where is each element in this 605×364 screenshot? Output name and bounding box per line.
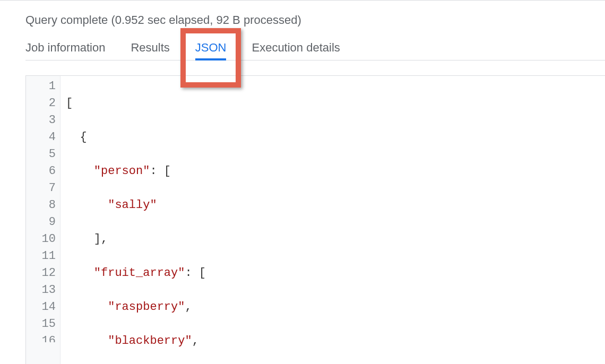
tab-json[interactable]: JSON — [195, 39, 227, 60]
line-number: 5 — [26, 146, 56, 163]
line-number: 4 — [26, 129, 56, 146]
code-token: [ — [66, 97, 73, 110]
line-number: 14 — [26, 299, 56, 316]
results-tabs: Job information Results JSON Execution d… — [25, 39, 605, 60]
json-code-viewer: 1 2 3 4 5 6 7 8 9 10 11 12 13 14 15 16 [… — [25, 75, 605, 364]
line-number: 10 — [26, 231, 56, 248]
tab-execution-details[interactable]: Execution details — [252, 39, 340, 60]
tab-job-information[interactable]: Job information — [25, 39, 105, 60]
line-number: 15 — [26, 316, 56, 333]
code-token: "person" — [94, 164, 150, 178]
line-number: 11 — [26, 248, 56, 265]
code-token: , — [185, 300, 192, 314]
code-token: "raspberry" — [108, 300, 185, 314]
query-status: Query complete (0.952 sec elapsed, 92 B … — [25, 1, 605, 31]
line-number: 2 — [26, 95, 56, 112]
line-number: 3 — [26, 112, 56, 129]
code-token: , — [192, 334, 199, 348]
code-token: "blackberry" — [108, 334, 192, 348]
code-token: ], — [94, 232, 108, 246]
line-number: 1 — [26, 78, 56, 95]
line-number: 9 — [26, 214, 56, 231]
line-number: 7 — [26, 180, 56, 197]
code-token: : [ — [150, 164, 171, 178]
line-number: 8 — [26, 197, 56, 214]
code-body[interactable]: [ { "person": [ "sally" ], "fruit_array"… — [60, 76, 206, 364]
line-number-gutter: 1 2 3 4 5 6 7 8 9 10 11 12 13 14 15 16 — [26, 76, 60, 364]
line-number: 6 — [26, 163, 56, 180]
line-number: 16 — [26, 333, 56, 342]
code-token: { — [80, 131, 87, 144]
code-token: "fruit_array" — [94, 266, 185, 280]
line-number: 13 — [26, 282, 56, 299]
code-token: "sally" — [108, 198, 157, 212]
code-token: : [ — [185, 266, 206, 280]
tab-results[interactable]: Results — [131, 39, 169, 60]
line-number: 12 — [26, 265, 56, 282]
